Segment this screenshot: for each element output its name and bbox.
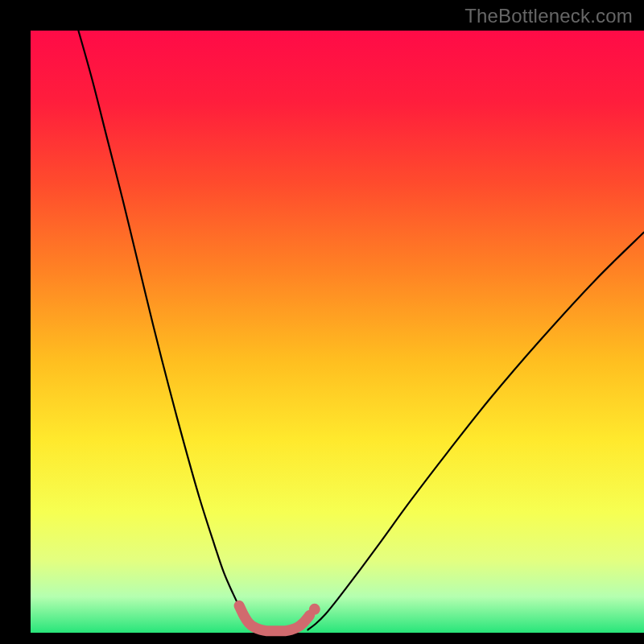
bottleneck-chart (0, 0, 644, 644)
highlight-dot (309, 604, 320, 615)
watermark-text: TheBottleneck.com (464, 5, 633, 27)
chart-container: { "watermark": "TheBottleneck.com", "cha… (0, 0, 644, 644)
plot-background (31, 31, 644, 633)
